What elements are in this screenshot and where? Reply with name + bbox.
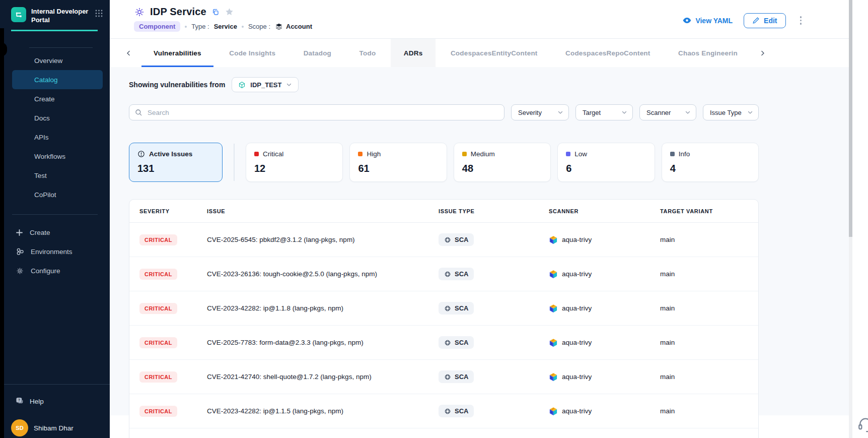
- filter-target[interactable]: Target: [575, 104, 633, 120]
- issue-type-label: SCA: [455, 373, 468, 381]
- severity-stat-card[interactable]: High 61: [349, 143, 447, 182]
- sidebar-item-environments[interactable]: Environments: [0, 242, 110, 261]
- filter-scanner[interactable]: Scanner: [639, 104, 696, 120]
- severity-badge: CRITICAL: [139, 303, 177, 314]
- severity-badge: CRITICAL: [139, 234, 177, 245]
- severity-stat-count: 4: [670, 163, 750, 174]
- severity-color-square: [358, 152, 363, 156]
- severity-color-square: [670, 152, 675, 156]
- issue-type-label: SCA: [455, 304, 468, 312]
- sca-icon: [444, 339, 451, 346]
- tab[interactable]: Chaos Engineerin: [665, 39, 751, 67]
- logo-accent-rule: [11, 30, 98, 31]
- trivy-cube-icon: [549, 270, 558, 279]
- scanner-label: aqua-trivy: [562, 236, 592, 243]
- edit-label: Edit: [764, 17, 777, 25]
- sidebar-nav-item[interactable]: Docs: [0, 108, 110, 128]
- table-row[interactable]: CRITICAL CVE-2025-6545: pbkdf2@3.1.2 (la…: [129, 223, 758, 257]
- sidebar-logo-row: Internal Developer Portal: [0, 0, 110, 24]
- issue-type-label: SCA: [455, 339, 468, 346]
- column-header-issue: Issue: [207, 208, 439, 214]
- severity-badge: CRITICAL: [139, 269, 177, 280]
- scanner-label: aqua-trivy: [562, 304, 592, 312]
- portal-logo-icon[interactable]: [11, 7, 26, 22]
- tab[interactable]: Code Insights: [216, 39, 288, 67]
- sidebar-item-help[interactable]: ? Help: [0, 385, 110, 406]
- severity-stat-count: 48: [462, 163, 542, 174]
- tab-label: Code Insights: [229, 49, 275, 57]
- active-issues-card[interactable]: Active Issues 131: [129, 143, 223, 182]
- table-row[interactable]: CRITICAL CVE-2021-42740: shell-quote@1.7…: [129, 360, 758, 394]
- view-yaml-button[interactable]: View YAML: [682, 16, 733, 25]
- main-area: IDP Service Component Type : Service Sco…: [110, 0, 849, 415]
- sidebar-nav-item-label: Workflows: [34, 153, 65, 160]
- target-variant-cell: main: [660, 270, 758, 278]
- severity-stat-label: High: [367, 150, 381, 158]
- filter-issue-type[interactable]: Issue Type: [703, 104, 759, 120]
- project-select[interactable]: IDP_TEST: [232, 77, 299, 92]
- favorite-star-icon[interactable]: [225, 7, 234, 17]
- table-row[interactable]: CRITICAL CVE-2023-26136: tough-cookie@2.…: [129, 257, 758, 291]
- search-input[interactable]: [129, 104, 504, 120]
- sidebar-nav-item-label: Test: [34, 172, 47, 179]
- tab[interactable]: Vulnerabilities: [140, 39, 214, 67]
- sidebar-section-divider: [12, 214, 98, 215]
- tab-label: Vulnerabilities: [154, 49, 201, 57]
- severity-stat-card[interactable]: Critical 12: [246, 143, 343, 182]
- sidebar-nav-item[interactable]: APIs: [0, 128, 110, 147]
- pencil-icon: [752, 17, 760, 24]
- scrollbar-thumb[interactable]: [849, 0, 852, 237]
- tabs-scroll-left-icon[interactable]: [121, 46, 136, 60]
- target-variant-cell: main: [660, 304, 758, 312]
- table-row[interactable]: CRITICAL CVE-2025-7783: form-data@2.3.3 …: [129, 326, 758, 360]
- sidebar-nav-item[interactable]: Catalog: [12, 70, 103, 89]
- apps-grid-icon[interactable]: [95, 10, 103, 19]
- sidebar-nav-item[interactable]: Test: [0, 166, 110, 185]
- sidebar-nav-item-label: Catalog: [34, 76, 58, 84]
- tab[interactable]: Datadog: [291, 39, 344, 67]
- user-profile[interactable]: SD Shibam Dhar: [11, 419, 110, 436]
- tab[interactable]: ADRs: [391, 39, 436, 67]
- filters-row: Severity Target Scanner Issue Type: [129, 104, 759, 120]
- sidebar-bottom: ? Help SD Shibam Dhar: [0, 384, 110, 438]
- severity-stat-card[interactable]: Low 6: [557, 143, 655, 182]
- tab-label: CodespacesEntityContent: [451, 49, 538, 57]
- plus-icon: [16, 229, 23, 236]
- filter-severity[interactable]: Severity: [511, 104, 569, 120]
- sidebar-nav-item[interactable]: Create: [0, 89, 110, 108]
- component-gear-icon: [134, 7, 145, 18]
- tabs: Vulnerabilities Code Insights Datadog To…: [136, 39, 755, 67]
- sidebar-nav-item[interactable]: Workflows: [0, 147, 110, 166]
- issue-cell: CVE-2025-6545: pbkdf2@3.1.2 (lang-pkgs, …: [207, 236, 439, 243]
- column-header-scanner: Scanner: [549, 208, 660, 214]
- tab[interactable]: Todo: [346, 39, 389, 67]
- sidebar-nav-item[interactable]: Overview: [0, 51, 110, 70]
- sidebar-action-label: Create: [30, 229, 50, 236]
- tab[interactable]: CodespacesEntityContent: [438, 39, 551, 67]
- copy-icon[interactable]: [211, 8, 220, 16]
- edit-button[interactable]: Edit: [744, 13, 785, 28]
- alert-circle-icon: [137, 150, 145, 158]
- scope-value: Account: [286, 23, 312, 30]
- sidebar-action-label: Configure: [31, 267, 60, 275]
- support-headset-icon[interactable]: [857, 416, 868, 435]
- tabs-scroll-right-icon[interactable]: [755, 46, 770, 60]
- table-row[interactable]: CRITICAL CVE-2023-42282: ip@1.1.8 (lang-…: [129, 291, 758, 326]
- severity-cards: Critical 12 High 61: [246, 143, 759, 182]
- severity-color-square: [254, 152, 259, 156]
- column-header-issue-type: Issue Type: [439, 208, 549, 214]
- tab[interactable]: CodespacesRepoContent: [552, 39, 663, 67]
- target-variant-cell: main: [660, 236, 758, 243]
- sidebar-nav-item[interactable]: CoPilot: [0, 185, 110, 204]
- table-row[interactable]: CRITICAL CVE-2023-42282: ip@1.1.5 (lang-…: [129, 394, 758, 428]
- sidebar-item-create[interactable]: Create: [0, 223, 110, 242]
- severity-stat-card[interactable]: Medium 48: [454, 143, 551, 182]
- kebab-menu-icon[interactable]: [797, 14, 805, 27]
- chevron-down-icon: [286, 82, 292, 88]
- layers-icon: [275, 23, 283, 31]
- nav-divider: [29, 47, 93, 48]
- scope-group: Account: [275, 23, 312, 31]
- environments-icon: [16, 247, 24, 256]
- sidebar-item-configure[interactable]: Configure: [0, 261, 110, 280]
- severity-stat-card[interactable]: Info 4: [662, 143, 759, 182]
